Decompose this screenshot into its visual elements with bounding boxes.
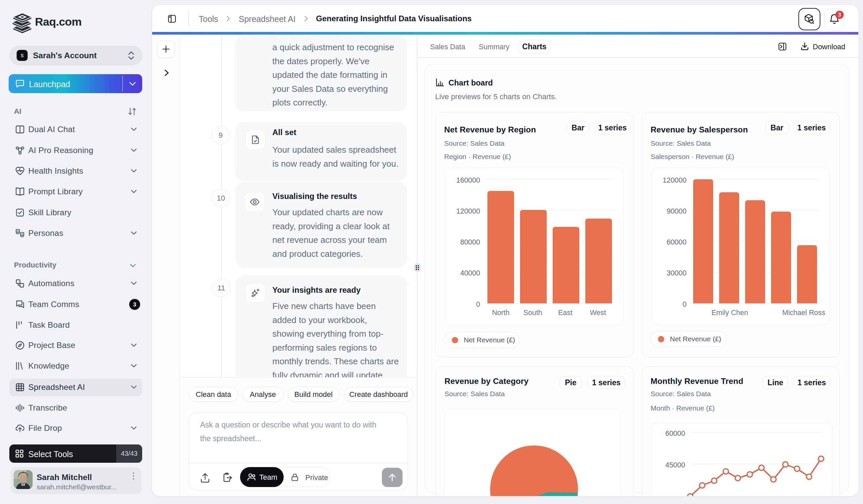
svg-text:160000: 160000 bbox=[456, 176, 480, 184]
svg-text:45000: 45000 bbox=[665, 461, 685, 469]
svg-text:80000: 80000 bbox=[460, 238, 480, 246]
svg-text:120000: 120000 bbox=[456, 207, 480, 215]
svg-text:60000: 60000 bbox=[666, 238, 687, 246]
svg-text:West: West bbox=[590, 309, 606, 317]
svg-text:Emily Chen: Emily Chen bbox=[712, 309, 748, 317]
svg-text:Michael Ross: Michael Ross bbox=[782, 309, 825, 317]
svg-text:North: North bbox=[492, 309, 510, 317]
svg-text:East: East bbox=[558, 309, 572, 317]
svg-text:0: 0 bbox=[476, 300, 480, 308]
svg-text:40000: 40000 bbox=[460, 269, 480, 277]
svg-text:30000: 30000 bbox=[666, 269, 687, 277]
svg-text:120000: 120000 bbox=[663, 176, 687, 184]
svg-text:0: 0 bbox=[683, 300, 687, 308]
svg-text:60000: 60000 bbox=[665, 429, 685, 438]
svg-text:90000: 90000 bbox=[666, 207, 687, 215]
svg-text:South: South bbox=[523, 309, 542, 317]
